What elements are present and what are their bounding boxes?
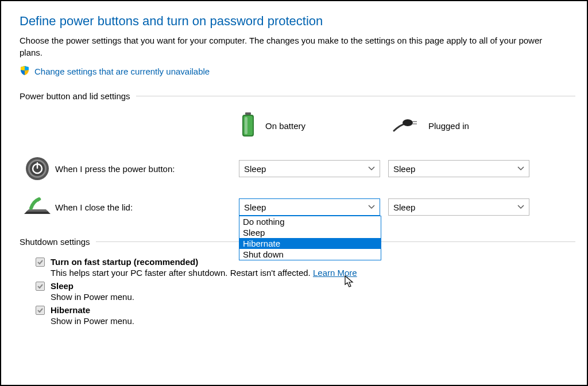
checkmark-icon: [37, 283, 43, 289]
section-label: Power button and lid settings: [20, 91, 130, 101]
chevron-down-icon: [517, 166, 524, 171]
battery-icon: [239, 111, 257, 141]
shutdown-item-hibernate: Hibernate Show in Power menu.: [36, 305, 575, 326]
power-button-icon: [20, 157, 55, 181]
shutdown-label: Sleep: [51, 281, 74, 291]
column-label: Plugged in: [428, 121, 469, 131]
shutdown-label: Turn on fast startup (recommended): [51, 257, 198, 267]
change-settings-row: Change settings that are currently unava…: [20, 65, 575, 77]
change-settings-link[interactable]: Change settings that are currently unava…: [34, 67, 210, 76]
section-label: Shutdown settings: [20, 237, 90, 247]
section-power-buttons-header: Power button and lid settings: [20, 91, 575, 101]
checkbox-hibernate[interactable]: [36, 306, 45, 315]
row-label-close-lid: When I close the lid:: [55, 202, 239, 212]
divider: [136, 96, 575, 96]
dropdown-option-shut-down[interactable]: Shut down: [239, 249, 381, 260]
shutdown-sub-text: This helps start your PC faster after sh…: [51, 268, 313, 278]
select-power-button-plugged[interactable]: Sleep: [388, 160, 529, 177]
column-label: On battery: [265, 121, 305, 131]
chevron-down-icon: [368, 166, 375, 171]
select-value: Sleep: [244, 202, 266, 212]
cursor-icon: [345, 275, 355, 288]
page-description: Choose the power settings that you want …: [20, 34, 559, 59]
column-header-battery: On battery: [239, 111, 388, 141]
svg-rect-6: [412, 123, 417, 124]
select-close-lid-plugged[interactable]: Sleep: [388, 198, 529, 216]
shutdown-item-sleep: Sleep Show in Power menu.: [36, 281, 575, 302]
checkbox-sleep[interactable]: [36, 282, 45, 291]
select-value: Sleep: [244, 164, 266, 174]
chevron-down-icon: [368, 205, 375, 209]
plug-icon: [393, 117, 420, 135]
row-label-power-button: When I press the power button:: [55, 164, 239, 174]
svg-rect-0: [245, 112, 251, 115]
select-value: Sleep: [393, 164, 415, 174]
dropdown-menu: Do nothing Sleep Hibernate Shut down: [239, 216, 381, 260]
dropdown-option-do-nothing[interactable]: Do nothing: [239, 216, 381, 227]
svg-point-4: [403, 119, 413, 126]
checkbox-fast-startup[interactable]: [36, 258, 45, 267]
page-title: Define power buttons and turn on passwor…: [20, 14, 575, 29]
select-power-button-battery[interactable]: Sleep: [239, 160, 380, 177]
chevron-down-icon: [517, 205, 524, 209]
dropdown-option-sleep[interactable]: Sleep: [239, 227, 381, 238]
select-close-lid-battery[interactable]: Sleep Do nothing Sleep Hibernate Shut do…: [239, 198, 380, 216]
laptop-lid-icon: [20, 197, 55, 217]
svg-rect-3: [245, 117, 247, 134]
shield-icon: [20, 65, 30, 77]
select-value: Sleep: [393, 202, 415, 212]
checkmark-icon: [37, 259, 43, 265]
checkmark-icon: [37, 307, 43, 313]
column-header-plugged: Plugged in: [388, 117, 537, 135]
shutdown-label: Hibernate: [51, 305, 90, 315]
dropdown-option-hibernate[interactable]: Hibernate: [239, 238, 381, 249]
shutdown-sub: Show in Power menu.: [51, 316, 575, 326]
shutdown-sub: This helps start your PC faster after sh…: [51, 268, 575, 278]
power-settings-grid: On battery Plugged in When I press the p…: [20, 111, 575, 217]
svg-rect-5: [412, 121, 417, 122]
shutdown-sub: Show in Power menu.: [51, 292, 575, 302]
